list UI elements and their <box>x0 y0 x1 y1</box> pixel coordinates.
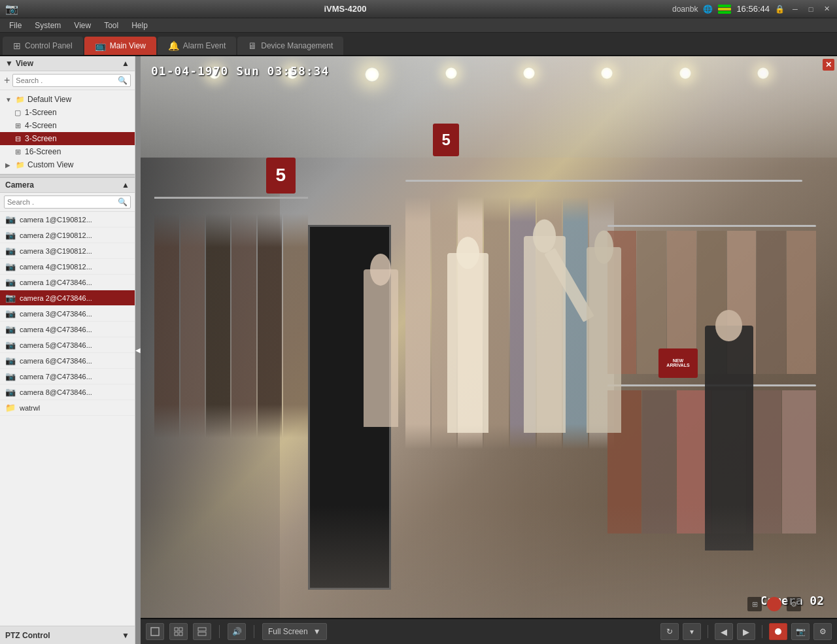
camera-list-item-6[interactable]: 📷camera 2@C473846... <box>0 290 135 306</box>
camera-section-header: Camera ▲ <box>0 178 135 193</box>
camera-list-item-9[interactable]: 📷camera 5@C473846... <box>0 337 135 353</box>
menubar: File System View Tool Help <box>0 18 837 33</box>
garment-6 <box>283 214 307 439</box>
camera-list-item-8[interactable]: 📷camera 4@C473846... <box>0 322 135 337</box>
svg-rect-3 <box>175 632 178 636</box>
4screen-icon: ⊞ <box>13 122 22 130</box>
menu-file[interactable]: File <box>3 20 28 31</box>
next-icon: ▶ <box>743 627 749 637</box>
snapshot-button[interactable]: 📷 <box>791 623 810 640</box>
camera-list-item-11[interactable]: 📷camera 7@C473846... <box>0 369 135 384</box>
floor <box>141 505 837 618</box>
camera-item-label-5: camera 1@C473846... <box>20 279 92 286</box>
rc-6 <box>757 231 786 374</box>
lock-icon: 🔒 <box>775 5 785 14</box>
person-1-head <box>370 254 391 285</box>
view-search-box[interactable]: 🔍 <box>12 74 131 87</box>
tab-control-panel[interactable]: ⊞ Control Panel <box>3 37 83 55</box>
camera-list-item-1[interactable]: 📷camera 1@C190812... <box>0 212 135 228</box>
tree-4screen[interactable]: ⊞ 4-Screen <box>0 119 135 132</box>
refresh-button[interactable]: ↻ <box>660 623 679 640</box>
rc-7 <box>787 231 816 374</box>
dropdown-btn[interactable]: ▼ <box>683 623 701 640</box>
tab-alarm-event[interactable]: 🔔 Alarm Event <box>158 37 236 55</box>
sign-number-5-center: 5 <box>433 124 459 156</box>
toolbar-right-buttons: ↻ ▼ ◀ ▶ 📷 ⚙ <box>660 623 832 640</box>
app-title: iVMS-4200 <box>324 4 366 14</box>
next-button[interactable]: ▶ <box>737 623 755 640</box>
camera-search-box[interactable]: 🔍 <box>4 195 131 209</box>
menu-tool[interactable]: Tool <box>97 20 125 31</box>
camera-list-item-5[interactable]: 📷camera 1@C473846... <box>0 275 135 290</box>
tree-3screen[interactable]: ⊟ 3-Screen <box>0 132 135 145</box>
tree-1screen[interactable]: ▢ 1-Screen <box>0 106 135 119</box>
fullscreen-dropdown[interactable]: Full Screen ▼ <box>262 623 327 640</box>
camera-list-item-12[interactable]: 📷camera 8@C473846... <box>0 384 135 400</box>
tree-default-view[interactable]: ▼ 📁 Default View <box>0 93 135 106</box>
tree-custom-view[interactable]: ▶ 📁 Custom View <box>0 158 135 171</box>
view-search-button[interactable]: 🔍 <box>118 76 128 85</box>
view-search-input[interactable] <box>16 76 118 84</box>
close-button[interactable]: ✕ <box>821 4 832 14</box>
custom-view-expander: ▶ <box>5 161 13 169</box>
default-view-expander: ▼ <box>5 96 13 103</box>
audio-button[interactable]: 🔊 <box>228 623 246 640</box>
settings-icon: ⚙ <box>819 627 827 636</box>
gc-7 <box>563 197 588 450</box>
menu-system[interactable]: System <box>28 20 67 31</box>
tab-alarm-event-label: Alarm Event <box>183 41 226 50</box>
ptz-title: PTZ Control <box>5 631 50 640</box>
sidebar-collapse-handle[interactable]: ◀ <box>135 56 141 644</box>
1screen-label: 1-Screen <box>25 108 57 117</box>
layout-4-button[interactable] <box>169 623 188 640</box>
overlay-btn-2[interactable]: ⚙ <box>787 597 801 611</box>
video-area[interactable]: 5 5 NEWARRIVALS 01-04-1970 Sun 03:58:34 … <box>141 56 837 618</box>
toolbar-sep-3 <box>708 625 708 638</box>
overlay-record-btn[interactable] <box>767 597 781 611</box>
camera-list-item-2[interactable]: 📷camera 2@C190812... <box>0 228 135 243</box>
custom-view-icon: 📁 <box>16 161 25 169</box>
camera-list-item-3[interactable]: 📷camera 3@C190812... <box>0 243 135 259</box>
record-button[interactable] <box>769 623 787 640</box>
prev-button[interactable]: ◀ <box>715 623 733 640</box>
ptz-arrow[interactable]: ▼ <box>122 631 129 640</box>
svg-rect-2 <box>179 628 182 631</box>
camera-section-arrow[interactable]: ▲ <box>122 180 129 190</box>
camera-header-left: Camera <box>5 180 34 190</box>
new-arrivals-sign: NEWARRIVALS <box>658 348 698 378</box>
record-dot <box>775 628 781 635</box>
overlay-btn-1[interactable]: ⊞ <box>747 597 762 611</box>
camera-item-icon-1: 📷 <box>5 214 16 224</box>
minimize-button[interactable]: ─ <box>790 4 800 14</box>
prev-icon: ◀ <box>721 627 727 637</box>
toolbar-sep-2 <box>254 625 254 638</box>
camera-item-icon-3: 📷 <box>5 246 16 256</box>
layout-1-button[interactable] <box>146 623 164 640</box>
camera-item-label-8: camera 4@C473846... <box>20 326 92 333</box>
camera-list-item-10[interactable]: 📷camera 6@C473846... <box>0 353 135 369</box>
camera-list-item-7[interactable]: 📷camera 3@C473846... <box>0 306 135 322</box>
view-add-button[interactable]: + <box>4 75 10 86</box>
camera-search-input[interactable] <box>7 198 118 206</box>
view-section-collapse[interactable]: ▲ <box>122 59 129 68</box>
camera-item-label-2: camera 2@C190812... <box>20 231 92 239</box>
tab-main-view[interactable]: 📺 Main View <box>84 37 156 55</box>
camera-search-button[interactable]: 🔍 <box>118 197 128 207</box>
settings-button[interactable]: ⚙ <box>813 623 832 640</box>
dropdown-arrow-icon: ▼ <box>689 628 695 636</box>
person-4 <box>587 247 621 432</box>
menu-view[interactable]: View <box>67 20 97 31</box>
garment-1 <box>154 214 179 439</box>
clothes-center-left <box>405 197 615 450</box>
tree-16screen[interactable]: ⊞ 16-Screen <box>0 145 135 158</box>
view-section-header: ▼ View ▲ <box>0 56 135 71</box>
tab-device-management[interactable]: 🖥 Device Management <box>237 37 343 55</box>
camera-list: 📷camera 1@C190812...📷camera 2@C190812...… <box>0 212 135 626</box>
layout-free-button[interactable] <box>193 623 211 640</box>
video-close-button[interactable]: ✕ <box>823 59 834 71</box>
app-logo-icon: 📷 <box>5 3 18 15</box>
camera-list-item-13[interactable]: 📁watrwl <box>0 400 135 416</box>
maximize-button[interactable]: □ <box>806 4 816 14</box>
menu-help[interactable]: Help <box>125 20 154 31</box>
camera-list-item-4[interactable]: 📷camera 4@C190812... <box>0 259 135 275</box>
